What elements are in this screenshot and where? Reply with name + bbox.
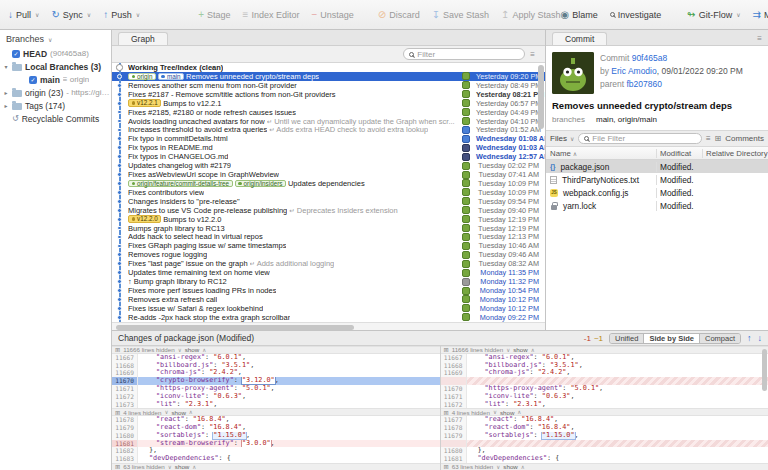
commit-row[interactable]: Increases threshold to avoid extra queri… bbox=[112, 125, 545, 134]
commit-row[interactable]: Fix typo in commitDetails.htmlWednesday … bbox=[112, 134, 545, 143]
diff-line[interactable]: 11672"lit": "2.3.1", bbox=[441, 401, 768, 409]
tab-commit[interactable]: Commit bbox=[552, 32, 607, 45]
commit-row[interactable]: Adds hack to select head in virtual repo… bbox=[112, 233, 545, 242]
diff-line[interactable]: 11678"react": "16.8.4", bbox=[112, 416, 440, 424]
commit-row[interactable]: Removes another scm menu from non-Git pr… bbox=[112, 81, 545, 90]
diff-line[interactable]: 11667"ansi-regex": "6.0.1", bbox=[441, 354, 768, 362]
filter-menu-icon[interactable]: ≡ bbox=[530, 50, 535, 59]
branch-checkbox[interactable]: ✓ bbox=[12, 50, 20, 58]
investigate-button[interactable]: Investigate bbox=[610, 10, 662, 20]
hidden-lines-bar[interactable]: ⊞11666 lines hidden∨show∧ bbox=[441, 346, 768, 354]
commit-row[interactable]: Fixes issue w/ Safari & regex lookbehind… bbox=[112, 304, 545, 313]
commit-row[interactable]: Fix typos in CHANGELOG.mdWednesday 12:57… bbox=[112, 152, 545, 161]
column-header-modification[interactable]: Modificat bbox=[656, 149, 702, 158]
files-dropdown[interactable]: Files ∨ bbox=[550, 134, 574, 143]
commit-row[interactable]: Fix typos in README.mdWednesday 01:03 AM bbox=[112, 143, 545, 152]
diff-line[interactable]: 11670"crypto-browserify": "3.12.0", bbox=[112, 377, 440, 385]
pull-button[interactable]: ↓Pull∨ bbox=[8, 10, 39, 20]
flat-view-icon[interactable]: ≡ bbox=[706, 134, 711, 143]
show-lines-link[interactable]: show bbox=[513, 346, 527, 353]
hidden-lines-bar[interactable]: ⊞4 lines hidden∨show∧ bbox=[112, 408, 440, 416]
sync-button[interactable]: ↻Sync∨ bbox=[51, 10, 91, 20]
show-lines-link[interactable]: show bbox=[503, 463, 517, 470]
commit-row[interactable]: Fixes asWebviewUri scope in GraphWebview… bbox=[112, 170, 545, 179]
commit-row[interactable]: Fixes #2185, #2180 or node refresh cause… bbox=[112, 108, 545, 117]
branches-header[interactable]: Branches ∨ bbox=[0, 30, 111, 47]
tab-graph[interactable]: Graph bbox=[118, 32, 168, 45]
hidden-lines-bar[interactable]: ⊞11666 lines hidden∨show∧ bbox=[112, 346, 440, 354]
hidden-lines-bar[interactable]: ⊞63 lines hidden∨show∧ bbox=[441, 463, 768, 470]
branch-badge[interactable]: origin/feature/commit-details-tree bbox=[128, 180, 233, 188]
hidden-lines-bar[interactable]: ⊞63 lines hidden∨show∧ bbox=[112, 463, 440, 470]
diff-line[interactable]: 11671"https-proxy-agent": "5.0.1", bbox=[112, 385, 440, 393]
diff-scrollbar[interactable] bbox=[762, 349, 767, 391]
sidebar-item-branch-main[interactable]: ✓main≡ origin bbox=[0, 73, 111, 86]
commit-row[interactable]: Updates time remaining text on home view… bbox=[112, 268, 545, 277]
tag-badge[interactable]: v12.2.0 bbox=[128, 215, 161, 223]
branch-badge[interactable]: origin/insiders bbox=[235, 180, 286, 188]
commit-row[interactable]: Removes rogue loggingTuesday 09:46 AM bbox=[112, 250, 545, 259]
diff-line[interactable]: 11678"react-dom": "16.8.4", bbox=[441, 424, 768, 432]
show-lines-link[interactable]: show bbox=[175, 463, 189, 470]
git-flow-button[interactable]: ↬Git-Flow∨ bbox=[687, 10, 740, 20]
index-editor-button[interactable]: ≡Index Editor bbox=[243, 10, 300, 20]
commit-row[interactable]: Bumps graph library to RC13Tuesday 12:19… bbox=[112, 224, 545, 233]
commit-row[interactable]: Migrates to use VS Code pre-release publ… bbox=[112, 206, 545, 215]
sidebar-item-remote-origin[interactable]: ▸origin (23)- https://github bbox=[0, 86, 111, 99]
commit-row[interactable]: Updates changelog with #2179Tuesday 02:0… bbox=[112, 161, 545, 170]
hidden-lines-bar[interactable]: ⊞4 lines hidden∨show∧ bbox=[441, 408, 768, 416]
commit-hash-link[interactable]: 90f465a8 bbox=[632, 53, 667, 63]
diff-line[interactable]: 11668"billboard.js": "3.5.1", bbox=[441, 362, 768, 370]
stage-button[interactable]: +Stage bbox=[198, 10, 230, 20]
show-lines-link[interactable]: show bbox=[500, 409, 514, 416]
diff-line[interactable]: 11667"ansi-regex": "6.0.1", bbox=[112, 354, 440, 362]
commit-row[interactable]: Removes extra refresh callMonday 10:12 P… bbox=[112, 295, 545, 304]
diff-mode-side-by-side[interactable]: Side by Side bbox=[643, 334, 699, 343]
commit-row[interactable]: Changes insiders to "pre-release"Tuesday… bbox=[112, 197, 545, 206]
commit-row[interactable]: Avoids loading uncached avatars for now↵… bbox=[112, 117, 545, 126]
branch-badge[interactable]: main bbox=[158, 73, 184, 81]
diff-line[interactable]: 11668"billboard.js": "3.5.1", bbox=[112, 362, 440, 370]
commit-row[interactable]: Fixes "last page" issue on the graph↵ Ad… bbox=[112, 259, 545, 268]
diff-line[interactable]: 11680"sortablejs": "1.15.0", bbox=[112, 432, 440, 440]
commit-row[interactable]: ↑ Bump graph library to RC12Monday 11:32… bbox=[112, 277, 545, 286]
worktree-row[interactable]: Working Tree/Index (clean) bbox=[112, 63, 545, 72]
file-row[interactable]: ThirdPartyNotices.txtModified. bbox=[546, 173, 768, 186]
unstage-button[interactable]: −Unstage bbox=[311, 10, 353, 20]
panel-menu-icon[interactable]: ≡ bbox=[757, 34, 762, 45]
sidebar-item-local-branches[interactable]: ▾Local Branches (3) bbox=[0, 60, 111, 73]
commit-row[interactable]: Fixes contributors viewTuesday 10:09 PM bbox=[112, 188, 545, 197]
diff-line[interactable]: 11670"https-proxy-agent": "5.0.1", bbox=[441, 385, 768, 393]
diff-line[interactable]: 11683"devDependencies": { bbox=[112, 455, 440, 463]
hscroll-thumb[interactable] bbox=[116, 325, 354, 330]
show-lines-link[interactable]: show bbox=[171, 409, 185, 416]
tag-badge[interactable]: v12.2.1 bbox=[128, 99, 161, 107]
author-link[interactable]: Eric Amodio bbox=[611, 66, 656, 76]
commit-row[interactable]: Fixes #2187 - Remove scm/title actions f… bbox=[112, 90, 545, 99]
commit-row[interactable]: Fixes GRaph paging issue w/ same timesta… bbox=[112, 241, 545, 250]
diff-line[interactable]: 11681"devDependencies": { bbox=[441, 455, 768, 463]
column-header-relative-directory[interactable]: Relative Directory bbox=[702, 149, 768, 158]
diff-line[interactable]: 11673"lit": "2.3.1", bbox=[112, 401, 440, 409]
commit-list-scrollbar[interactable] bbox=[538, 65, 544, 129]
commit-row[interactable]: Re-adds -2px hack stop the extra graph s… bbox=[112, 313, 545, 322]
merge-button[interactable]: ⇉Merge bbox=[753, 10, 768, 20]
sidebar-item-head[interactable]: ✓HEAD(90f465a8) bbox=[0, 47, 111, 60]
apply-stash-button[interactable]: ↥Apply Stash bbox=[501, 10, 560, 20]
chevron-right-icon[interactable]: ▸ bbox=[3, 89, 9, 96]
file-row[interactable]: {}package.jsonModified. bbox=[546, 160, 768, 173]
diff-line[interactable]: 11669"chroma-js": "2.4.2", bbox=[112, 369, 440, 377]
commit-list-hscrollbar[interactable] bbox=[112, 322, 545, 330]
commit-row[interactable]: v12.2.0Bumps to v12.2.0Tuesday 12:19 PM bbox=[112, 215, 545, 224]
diff-line[interactable]: 11671"iconv-lite": "0.6.3", bbox=[441, 393, 768, 401]
branch-checkbox[interactable]: ✓ bbox=[29, 76, 37, 84]
save-stash-button[interactable]: ↧Save Stash bbox=[432, 10, 489, 20]
chevron-right-icon[interactable]: ▸ bbox=[3, 102, 9, 109]
diff-mode-unified[interactable]: Unified bbox=[610, 334, 643, 343]
commit-filter-input[interactable]: Filter bbox=[403, 48, 525, 60]
prev-change-button[interactable]: ↑ bbox=[747, 333, 752, 343]
show-lines-link[interactable]: show bbox=[185, 346, 199, 353]
branch-badge[interactable]: origin bbox=[128, 73, 156, 81]
tree-view-icon[interactable]: ⊞ bbox=[715, 134, 722, 143]
commit-row[interactable]: v12.2.1Bumps to v12.2.1Yesterday 06:57 P… bbox=[112, 99, 545, 108]
